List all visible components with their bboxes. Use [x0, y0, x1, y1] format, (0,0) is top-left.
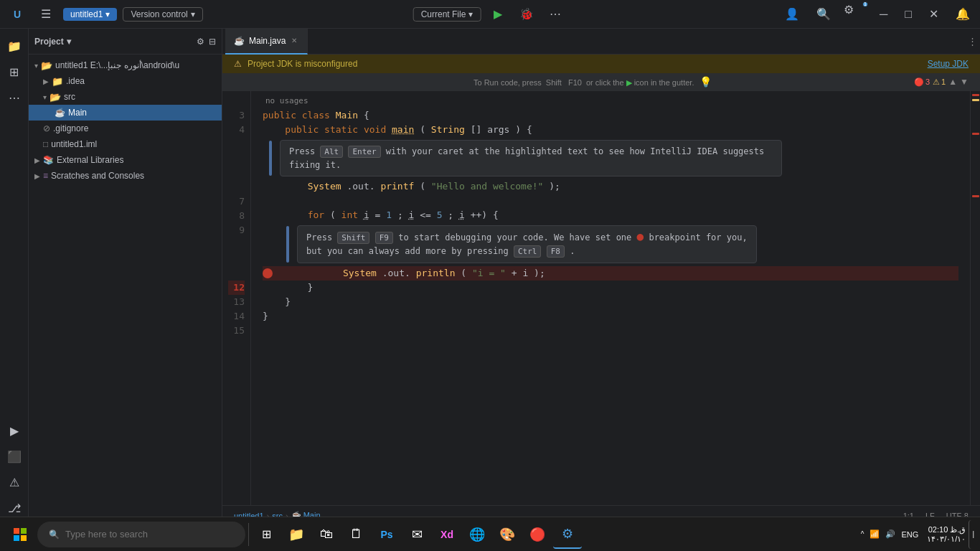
- terminal-icon[interactable]: ⬛: [3, 445, 26, 468]
- photoshop-button[interactable]: Ps: [372, 520, 401, 549]
- ln-13: 13: [228, 295, 245, 309]
- taskview-button[interactable]: ⊞: [252, 520, 281, 549]
- warning-badge[interactable]: ⚠ 1: [933, 77, 946, 87]
- edge-button[interactable]: 🌐: [463, 520, 491, 549]
- more-button[interactable]: ⋯: [544, 3, 567, 26]
- file-explorer-button[interactable]: 📁: [282, 520, 311, 549]
- bracket-close-4: []: [471, 124, 482, 135]
- tab-recent-files-icon[interactable]: ⋮: [968, 36, 977, 47]
- close-button[interactable]: ✕: [925, 7, 943, 21]
- method-params-4: (: [420, 124, 425, 135]
- eq-9: =: [375, 209, 387, 220]
- project-panel-title: Project ▾: [34, 37, 71, 47]
- project-dropdown[interactable]: untitled1 ▾: [63, 8, 117, 21]
- warning-triangle-icon: ⚠: [933, 77, 940, 87]
- svg-rect-3: [21, 535, 27, 541]
- code-text-9: for ( int i = 1 ; i <= 5 ; i ++) {: [263, 208, 499, 222]
- network-icon[interactable]: 📶: [870, 529, 880, 539]
- extlib-icon: 📚: [43, 155, 54, 165]
- tree-item-iml[interactable]: □ untitled1.iml: [29, 136, 222, 152]
- error-stripe: [970, 91, 980, 505]
- kbd-alt: Alt: [320, 146, 343, 158]
- project-title-chevron[interactable]: ▾: [67, 37, 71, 47]
- tree-item-scratch[interactable]: ▶ ≡ Scratches and Consoles: [29, 168, 222, 184]
- tab-close-main[interactable]: ✕: [290, 37, 298, 44]
- ln-9: 9: [228, 223, 245, 237]
- inlay-key-f10: F10: [568, 78, 582, 87]
- kbd-enter: Enter: [348, 146, 380, 158]
- windows-logo-icon: [14, 528, 27, 541]
- warn-stripe-1: [972, 99, 979, 101]
- collab-icon[interactable]: 👤: [781, 3, 804, 26]
- inlay-to-run: To Run code, press: [473, 78, 542, 87]
- lang-indicator[interactable]: ENG: [901, 530, 918, 539]
- code-line-7: System .out. printf ( "Hello and welcome…: [263, 179, 958, 194]
- tree-item-extlibs[interactable]: ▶ 📚 External Libraries: [29, 152, 222, 168]
- tree-item-src[interactable]: ▾ 📂 src: [29, 89, 222, 105]
- settings-button[interactable]: ⚙ 1: [844, 3, 867, 26]
- clock-time: 02:10 ق.ظ: [927, 525, 966, 534]
- setup-jdk-link[interactable]: Setup JDK: [928, 59, 969, 69]
- start-button[interactable]: [3, 517, 37, 552]
- notepad-button[interactable]: 🗒: [342, 520, 371, 549]
- intellij-button[interactable]: ⚙: [553, 520, 582, 549]
- hamburger-menu[interactable]: ☰: [34, 3, 57, 26]
- tree-item-idea[interactable]: ▶ 📁 .idea: [29, 73, 222, 89]
- paren-close-4: ) {: [515, 124, 532, 135]
- pp-9: ++) {: [471, 209, 499, 220]
- tooltip-alt-enter: Press Alt Enter with your caret at the h…: [280, 140, 782, 176]
- project-settings-icon[interactable]: ⚙: [197, 37, 204, 47]
- kbd-f8: F8: [547, 245, 565, 258]
- project-header-icons: ⚙ ⊟: [197, 37, 216, 47]
- sidebar-plugins-icon[interactable]: ⊞: [3, 60, 26, 83]
- kw-public-4: public: [285, 124, 319, 135]
- figma-button[interactable]: 🎨: [493, 520, 522, 549]
- cls-string: String: [431, 124, 465, 135]
- search-icon[interactable]: 🔍: [812, 3, 835, 26]
- volume-icon[interactable]: 🔊: [885, 529, 895, 539]
- tree-item-untitled1[interactable]: ▾ 📂 untitled1 E:\...أنوره جنبإ\android\u: [29, 57, 222, 73]
- project-expand-icon[interactable]: ⊟: [209, 37, 216, 47]
- line-numbers: 3 4 7 8 9 12 13 14 15: [222, 91, 251, 505]
- problems-icon[interactable]: ⚠: [3, 471, 26, 494]
- tab-main-java[interactable]: ☕ Main.java ✕: [225, 29, 308, 55]
- mail-button[interactable]: ✉: [402, 520, 431, 549]
- code-text-13: }: [263, 281, 313, 295]
- minimize-button[interactable]: ─: [875, 8, 892, 21]
- run-config-dropdown[interactable]: Current File ▾: [413, 7, 481, 22]
- run-config-label: Current File: [421, 9, 466, 19]
- code-editor[interactable]: no usages public class Main { public sta: [251, 91, 970, 505]
- notifications-button[interactable]: 🔔: [951, 3, 974, 26]
- ln-7: 7: [228, 194, 245, 209]
- sidebar-project-icon[interactable]: 📁: [3, 34, 26, 57]
- run-button[interactable]: ▶: [486, 3, 509, 26]
- tree-item-main[interactable]: ☕ Main: [29, 105, 222, 121]
- chrome-button[interactable]: 🔴: [523, 520, 552, 549]
- tree-item-gitignore[interactable]: ⊘ .gitignore: [29, 121, 222, 136]
- main-layout: 📁 ⊞ ⋯ ▶ ⬛ ⚠ ⎇ Project ▾ ⚙ ⊟ ▾ 📂 u: [0, 29, 980, 525]
- ln-8: 8: [228, 209, 245, 223]
- xd-button[interactable]: Xd: [433, 520, 461, 549]
- tree-arrow-idea: ▶: [43, 77, 49, 85]
- debug-button[interactable]: 🐞: [515, 3, 538, 26]
- clock-date: ۱۴۰۳/۰۱/۱۰: [927, 534, 966, 544]
- tray-expand-icon[interactable]: ^: [861, 530, 864, 538]
- taskbar-search-input[interactable]: [65, 529, 209, 540]
- inlay-expand-icon[interactable]: ▲: [948, 77, 957, 87]
- app-logo[interactable]: U: [6, 3, 29, 26]
- show-desktop-button[interactable]: |: [969, 520, 977, 549]
- inlay-collapse-icon[interactable]: ▼: [960, 77, 969, 87]
- project-name: untitled1: [70, 9, 103, 19]
- clock[interactable]: 02:10 ق.ظ ۱۴۰۳/۰۱/۱۰: [927, 525, 966, 544]
- run-icon[interactable]: ▶: [3, 419, 26, 442]
- maximize-button[interactable]: □: [900, 8, 916, 21]
- sidebar-more-icon[interactable]: ⋯: [3, 86, 26, 109]
- warning-banner-left: ⚠ Project JDK is misconfigured: [234, 59, 357, 69]
- inlay-run-icon: ▶: [626, 78, 634, 87]
- vcs-dropdown[interactable]: Version control ▾: [123, 7, 202, 22]
- taskbar-search-bar[interactable]: 🔍: [37, 522, 245, 547]
- err-stripe-2: [972, 133, 979, 135]
- error-badge[interactable]: 🔴 3: [914, 77, 930, 87]
- store-button[interactable]: 🛍: [312, 520, 341, 549]
- paren-for: (: [330, 209, 336, 220]
